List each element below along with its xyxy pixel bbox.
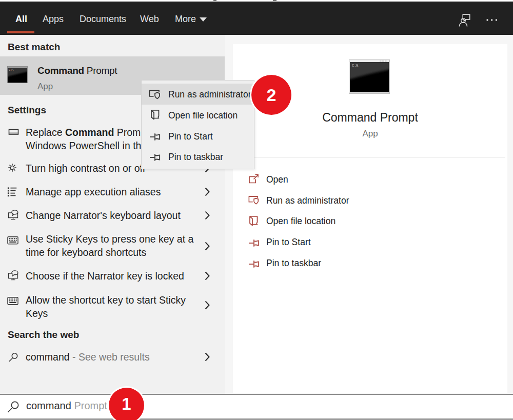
svg-text:C:\: C:\ bbox=[9, 68, 14, 72]
